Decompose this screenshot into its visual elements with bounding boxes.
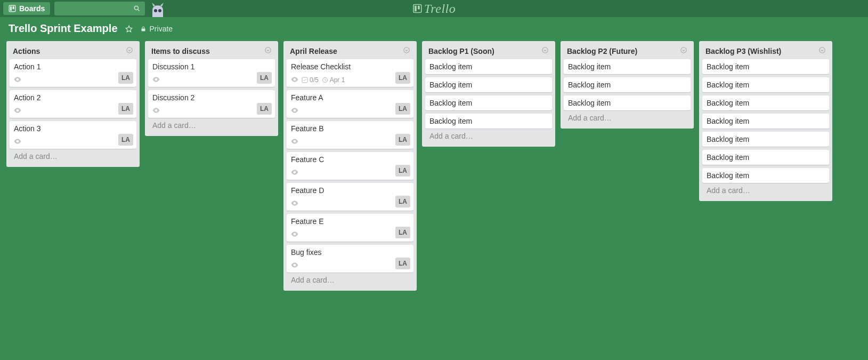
- board-title[interactable]: Trello Sprint Example: [9, 22, 118, 35]
- card[interactable]: Feature DLA: [287, 183, 413, 211]
- search-input[interactable]: [54, 2, 145, 15]
- list-menu-button[interactable]: [541, 46, 549, 56]
- card[interactable]: Feature ALA: [287, 90, 413, 118]
- list-menu-button[interactable]: [680, 46, 687, 56]
- member-avatar[interactable]: LA: [395, 196, 410, 207]
- card-badges: [14, 138, 21, 146]
- card-badges: [152, 107, 160, 115]
- watch-icon: [152, 107, 160, 115]
- add-card-button[interactable]: Add a card…: [564, 110, 691, 125]
- member-avatar[interactable]: LA: [118, 134, 133, 146]
- lock-icon: [140, 26, 147, 32]
- card-badges: [291, 169, 298, 177]
- card[interactable]: Backlog item: [702, 150, 829, 165]
- card[interactable]: Backlog item: [425, 77, 552, 92]
- list-title[interactable]: Backlog P3 (Wishlist): [705, 47, 781, 55]
- card[interactable]: Backlog item: [702, 114, 829, 129]
- board-header: Trello Sprint Example Private: [0, 17, 868, 38]
- card[interactable]: Release Checklist0/5Apr 1LA: [287, 59, 413, 87]
- svg-point-5: [154, 9, 157, 12]
- svg-rect-2: [13, 6, 14, 9]
- add-card-button[interactable]: Add a card…: [702, 183, 829, 198]
- card-badges: 0/5Apr 1: [291, 76, 345, 84]
- privacy-indicator[interactable]: Private: [140, 25, 173, 33]
- card-badges: [152, 76, 160, 84]
- trello-logo[interactable]: Trello: [412, 2, 456, 16]
- add-card-button[interactable]: Add a card…: [425, 129, 552, 143]
- card-title: Feature B: [291, 124, 323, 133]
- card[interactable]: Bug fixesLA: [287, 245, 413, 273]
- card[interactable]: Action 3LA: [10, 121, 136, 149]
- card[interactable]: Action 1LA: [10, 59, 136, 87]
- card-title: Backlog item: [568, 99, 611, 107]
- list-menu-button[interactable]: [818, 46, 826, 56]
- list-title[interactable]: April Release: [290, 47, 337, 55]
- member-avatar[interactable]: LA: [395, 227, 410, 238]
- member-avatar[interactable]: LA: [395, 258, 410, 269]
- trello-logo-icon: [412, 4, 422, 13]
- card[interactable]: Backlog item: [425, 95, 552, 110]
- card-title: Backlog item: [568, 62, 611, 71]
- card[interactable]: Discussion 2LA: [148, 90, 275, 118]
- card[interactable]: Backlog item: [702, 132, 829, 147]
- card[interactable]: Backlog item: [425, 59, 552, 74]
- card[interactable]: Feature ELA: [287, 214, 413, 242]
- privacy-label: Private: [150, 25, 173, 33]
- card-title: Bug fixes: [291, 248, 322, 257]
- list-menu-button[interactable]: [264, 46, 272, 56]
- watch-icon: [291, 262, 298, 269]
- card[interactable]: Backlog item: [564, 77, 691, 92]
- list: Backlog P2 (Future)Backlog itemBacklog i…: [561, 41, 694, 129]
- card-title: Action 2: [14, 93, 41, 102]
- list-title[interactable]: Items to discuss: [151, 47, 210, 55]
- card-title: Action 3: [14, 124, 41, 133]
- member-avatar[interactable]: LA: [395, 72, 410, 84]
- card-title: Backlog item: [707, 99, 749, 107]
- add-card-button[interactable]: Add a card…: [10, 149, 136, 164]
- card[interactable]: Backlog item: [702, 168, 829, 183]
- add-card-button[interactable]: Add a card…: [148, 118, 275, 133]
- member-avatar[interactable]: LA: [395, 134, 410, 146]
- member-avatar[interactable]: LA: [395, 103, 410, 115]
- card[interactable]: Feature BLA: [287, 121, 413, 149]
- card-list: Action 1LAAction 2LAAction 3LA: [10, 59, 136, 149]
- card[interactable]: Backlog item: [564, 59, 691, 74]
- card-title: Backlog item: [707, 153, 749, 162]
- list-header: Backlog P2 (Future): [564, 44, 691, 59]
- watch-icon: [14, 138, 21, 146]
- card[interactable]: Discussion 1LA: [148, 59, 275, 87]
- card-title: Action 1: [14, 62, 41, 71]
- star-button[interactable]: [125, 25, 133, 33]
- member-avatar[interactable]: LA: [257, 72, 272, 84]
- svg-rect-0: [9, 5, 15, 12]
- list-title[interactable]: Backlog P2 (Future): [567, 47, 637, 55]
- svg-rect-10: [141, 28, 145, 31]
- card[interactable]: Action 2LA: [10, 90, 136, 118]
- list-menu-button[interactable]: [403, 46, 410, 56]
- card-title: Feature C: [291, 155, 324, 164]
- card[interactable]: Backlog item: [702, 77, 829, 92]
- card[interactable]: Backlog item: [702, 95, 829, 110]
- member-avatar[interactable]: LA: [395, 165, 410, 177]
- list-title[interactable]: Backlog P1 (Soon): [428, 47, 494, 55]
- member-avatar[interactable]: LA: [257, 103, 272, 115]
- list-title[interactable]: Actions: [13, 47, 40, 55]
- add-card-button[interactable]: Add a card…: [287, 273, 413, 287]
- trello-logo-text: Trello: [424, 2, 456, 16]
- list-header: April Release: [287, 44, 413, 59]
- watch-icon: [291, 169, 298, 177]
- card[interactable]: Feature CLA: [287, 152, 413, 180]
- card[interactable]: Backlog item: [564, 95, 691, 110]
- card-badges: [14, 76, 21, 84]
- card[interactable]: Backlog item: [702, 59, 829, 74]
- card[interactable]: Backlog item: [425, 114, 552, 129]
- card-title: Release Checklist: [291, 62, 351, 71]
- svg-point-6: [158, 9, 161, 12]
- svg-rect-9: [418, 6, 420, 10]
- member-avatar[interactable]: LA: [118, 72, 133, 84]
- member-avatar[interactable]: LA: [118, 103, 133, 115]
- card-title: Backlog item: [707, 171, 749, 180]
- boards-button[interactable]: Boards: [3, 2, 50, 15]
- watch-icon: [291, 76, 298, 84]
- list-menu-button[interactable]: [126, 46, 133, 56]
